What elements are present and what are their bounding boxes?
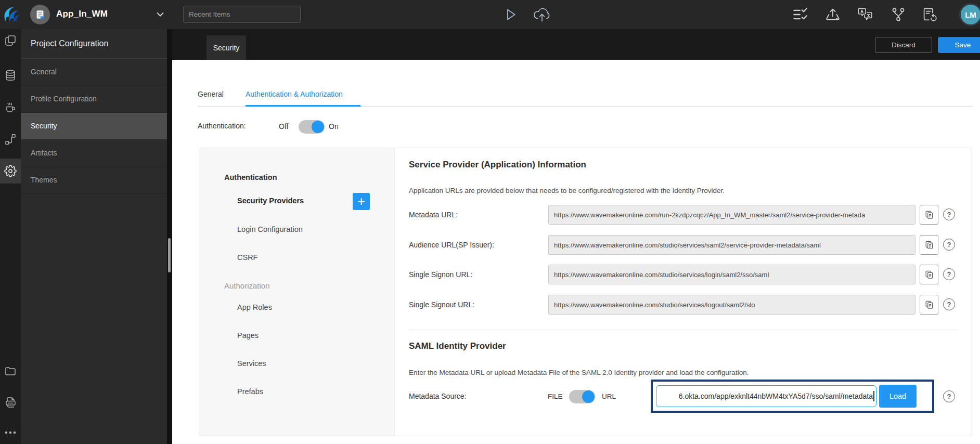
java-services-icon[interactable] — [4, 101, 17, 114]
copy-single-signout-button[interactable] — [920, 295, 938, 315]
metadata-source-toggle-knob — [582, 390, 595, 403]
top-header: App_In_WM — [0, 0, 980, 29]
left-icon-rail: LOG — [0, 29, 21, 444]
security-detail-pane: Service Provider (Application) Informati… — [395, 148, 972, 436]
deploy-cloud-upload-icon[interactable] — [533, 7, 551, 22]
metadata-source-help-icon[interactable]: ? — [943, 390, 955, 402]
vcs-branch-icon[interactable] — [891, 7, 906, 22]
single-signout-row: Single Signout URL: ? — [395, 295, 972, 315]
single-signon-help-icon[interactable]: ? — [943, 268, 955, 280]
idp-metadata-url-value: 6.okta.com/app/exknlt44nbWM4txYA5d7/sso/… — [679, 392, 873, 400]
metadata-source-label: Metadata Source: — [409, 391, 467, 401]
document-tab-security[interactable]: Security — [207, 35, 246, 60]
copy-single-signon-button[interactable] — [920, 265, 938, 284]
saml-idp-title: SAML Identity Provider — [409, 341, 506, 351]
recent-items-input[interactable] — [183, 6, 301, 23]
saml-idp-description: Enter the Metadata URL or upload Metadat… — [409, 369, 749, 376]
sidebar-item-profile-configuration[interactable]: Profile Configuration — [21, 86, 167, 113]
discard-button[interactable]: Discard — [875, 37, 932, 53]
nav-section-authorization: Authorization — [224, 281, 270, 291]
sidebar-item-artifacts[interactable]: Artifacts — [21, 140, 167, 167]
wavemaker-logo-icon[interactable] — [1, 4, 22, 25]
audience-url-row: Audience URL(SP Issuer): ? — [395, 235, 972, 255]
file-sync-icon[interactable] — [922, 7, 937, 22]
settings-gear-icon[interactable] — [4, 165, 17, 177]
sidebar-scroll-track[interactable] — [167, 29, 172, 444]
sidebar-title: Project Configuration — [21, 29, 167, 59]
document-tab-strip: Security Discard Save — [172, 29, 980, 60]
nav-item-app-roles[interactable]: App Roles — [237, 302, 272, 312]
checklist-icon[interactable] — [793, 7, 808, 22]
section-divider — [409, 330, 957, 330]
export-icon[interactable] — [825, 7, 841, 22]
single-signout-help-icon[interactable]: ? — [943, 298, 955, 310]
metadata-url-label: Metadata URL: — [409, 205, 458, 225]
metadata-url-field[interactable] — [548, 205, 915, 225]
nav-item-pages[interactable]: Pages — [237, 330, 259, 341]
toggle-on-label: On — [329, 122, 339, 130]
single-signout-field[interactable] — [548, 295, 915, 315]
language-translate-icon[interactable] — [857, 7, 873, 22]
save-button[interactable]: Save — [938, 37, 980, 53]
more-options-icon[interactable] — [4, 430, 17, 443]
nav-item-csrf[interactable]: CSRF — [237, 252, 257, 263]
user-avatar[interactable]: LM — [959, 3, 980, 26]
app-name: App_In_WM — [56, 9, 108, 19]
wavemaker-studio-screen: App_In_WM — [0, 0, 980, 444]
sidebar-item-general[interactable]: General — [21, 59, 167, 86]
project-configuration-sidebar: Project Configuration General Profile Co… — [21, 29, 167, 444]
authentication-toggle-knob — [312, 121, 324, 133]
single-signout-label: Single Signout URL: — [409, 295, 474, 315]
database-icon[interactable] — [4, 69, 17, 82]
authentication-label: Authentication: — [198, 122, 246, 130]
metadata-source-url-label: URL — [602, 391, 616, 402]
authentication-toggle[interactable] — [299, 120, 325, 134]
sidebar-item-themes[interactable]: Themes — [21, 167, 167, 194]
text-caret — [873, 391, 874, 401]
active-tab-underline — [246, 105, 360, 107]
metadata-url-row: Metadata URL: ? — [395, 205, 972, 225]
project-avatar[interactable] — [30, 5, 50, 24]
metadata-source-file-label: FILE — [548, 391, 563, 402]
sidebar-item-security[interactable]: Security — [21, 113, 167, 140]
metadata-url-highlight-box: 6.okta.com/app/exknlt44nbWM4txYA5d7/sso/… — [651, 380, 934, 413]
add-security-provider-button[interactable] — [353, 193, 370, 210]
single-signon-label: Single Signon URL: — [409, 265, 472, 284]
run-app-icon[interactable] — [502, 7, 518, 22]
load-button[interactable]: Load — [879, 385, 917, 408]
chevron-down-icon[interactable] — [156, 12, 164, 17]
nav-section-authentication: Authentication — [224, 172, 277, 182]
audience-url-help-icon[interactable]: ? — [943, 239, 955, 251]
svg-text:LOG: LOG — [8, 401, 14, 404]
metadata-source-toggle[interactable] — [569, 390, 595, 403]
nav-item-login-configuration[interactable]: Login Configuration — [237, 224, 303, 234]
file-explorer-folder-icon[interactable] — [4, 365, 17, 377]
toggle-off-label: Off — [279, 122, 288, 130]
nav-item-prefabs[interactable]: Prefabs — [237, 386, 263, 397]
copy-audience-url-button[interactable] — [920, 235, 938, 255]
single-signon-row: Single Signon URL: ? — [395, 265, 972, 284]
metadata-url-help-icon[interactable]: ? — [943, 208, 955, 220]
tab-authentication-authorization[interactable]: Authentication & Authorization — [246, 89, 343, 99]
main-content: Security Discard Save General Authentica… — [172, 29, 980, 444]
service-provider-description: Application URLs are provided below that… — [409, 187, 725, 194]
apis-flow-icon[interactable] — [4, 133, 17, 146]
security-settings-panel: Authentication Security Providers Login … — [199, 148, 972, 436]
pages-icon[interactable] — [4, 34, 17, 47]
service-provider-title: Service Provider (Application) Informati… — [409, 160, 586, 170]
audience-url-label: Audience URL(SP Issuer): — [409, 235, 494, 255]
security-nav-panel: Authentication Security Providers Login … — [199, 148, 395, 436]
idp-metadata-url-input[interactable]: 6.okta.com/app/exknlt44nbWM4txYA5d7/sso/… — [656, 385, 876, 407]
nav-item-services[interactable]: Services — [237, 358, 266, 369]
nav-item-security-providers[interactable]: Security Providers — [237, 195, 304, 206]
logs-icon[interactable]: LOG — [4, 396, 17, 409]
tab-general[interactable]: General — [198, 89, 224, 99]
sidebar-scroll-thumb[interactable] — [168, 238, 171, 272]
audience-url-field[interactable] — [548, 235, 915, 255]
single-signon-field[interactable] — [548, 265, 915, 284]
copy-metadata-url-button[interactable] — [920, 205, 938, 225]
